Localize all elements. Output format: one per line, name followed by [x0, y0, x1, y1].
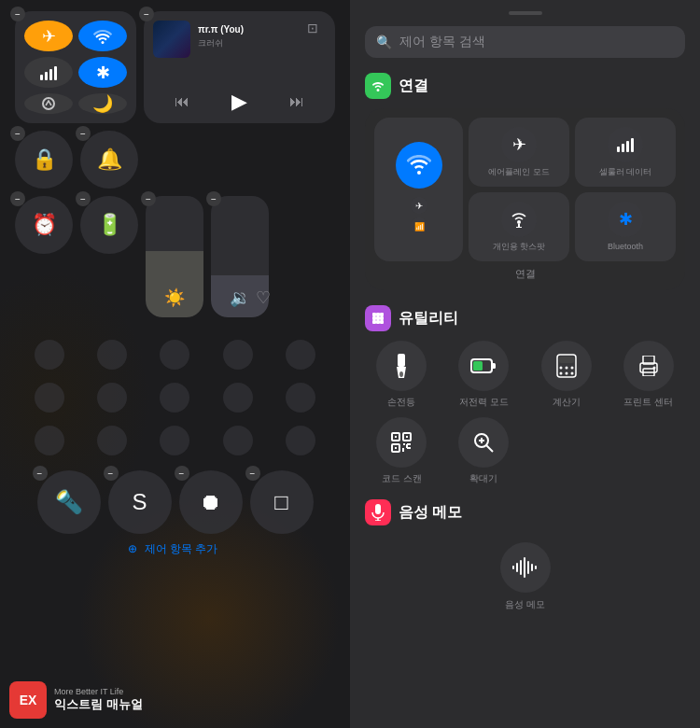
svg-rect-0: [40, 75, 43, 80]
conn-footer: 연결: [374, 261, 676, 281]
heart-btn[interactable]: ♡: [256, 287, 271, 308]
search-placeholder: 제어 항목 검색: [399, 34, 485, 50]
next-btn[interactable]: ⏭: [289, 93, 304, 110]
dots-grid: [15, 325, 335, 470]
brightness-icon: ☀️: [164, 287, 185, 308]
minus-lock[interactable]: −: [10, 126, 25, 141]
svg-rect-18: [372, 320, 376, 324]
minus-connectivity[interactable]: −: [10, 7, 25, 21]
screen-btn[interactable]: □: [250, 470, 314, 534]
voice-memo-item[interactable]: 음성 메모: [365, 535, 685, 611]
svg-rect-12: [631, 138, 634, 152]
media-controls: ⏮ ▶ ⏭: [153, 90, 326, 114]
airplane-btn[interactable]: ✈: [24, 21, 73, 51]
voice-memo-icon: [500, 542, 551, 593]
minus-alarm[interactable]: −: [10, 191, 25, 206]
minus-media[interactable]: −: [139, 7, 154, 21]
minus-bell[interactable]: −: [76, 126, 91, 141]
cellular-mode-icon: [608, 127, 643, 162]
svg-rect-20: [376, 313, 380, 316]
hotspot-cell[interactable]: 개인용 핫스팟: [469, 192, 569, 261]
cellular-cell[interactable]: 셀룰러 데이터: [575, 118, 676, 187]
lowpower-item[interactable]: 저전력 모드: [447, 341, 520, 408]
bell-wrap: − 🔔: [80, 131, 138, 189]
calculator-label: 계산기: [553, 397, 581, 408]
record-btn[interactable]: ⏺: [179, 470, 243, 534]
airplay-btn[interactable]: ⊡: [307, 21, 326, 39]
alarm-btn[interactable]: ⏰: [15, 196, 73, 254]
airplane-label: 에어플레인 모드: [488, 167, 550, 177]
search-bar[interactable]: 🔍 제어 항목 검색: [365, 26, 685, 58]
brightness-slider[interactable]: ☀️: [146, 196, 203, 317]
flashlight-icon: [376, 341, 427, 391]
right-panel: 🔍 제어 항목 검색 연결: [350, 0, 700, 728]
focus-btn[interactable]: 🌙: [78, 93, 127, 114]
airplane-cell[interactable]: ✈ 에어플레인 모드: [469, 118, 569, 187]
bell-btn[interactable]: 🔔: [80, 131, 138, 189]
album-art: [153, 21, 190, 58]
flashlight-wrap: − 🔦: [37, 470, 101, 534]
minus-screen[interactable]: −: [245, 466, 260, 481]
svg-rect-10: [622, 144, 624, 152]
add-control[interactable]: ⊕ 제어 항목 추가: [15, 541, 335, 557]
connection-title: 연결: [399, 77, 428, 96]
minus-brightness[interactable]: −: [141, 191, 156, 206]
conn-wifi-big[interactable]: ✈ 📶: [374, 118, 463, 261]
svg-rect-62: [516, 563, 518, 572]
dot: [97, 383, 127, 413]
bluetooth-cell[interactable]: ✱ Bluetooth: [575, 192, 676, 261]
voicememo-section-icon: [365, 499, 391, 525]
play-btn[interactable]: ▶: [231, 90, 247, 114]
svg-point-37: [565, 372, 567, 375]
connectivity-box: − ✈: [15, 11, 136, 123]
calculator-item[interactable]: 계산기: [530, 341, 603, 408]
svg-rect-2: [49, 69, 52, 80]
conn-right-grid: ✈ 에어플레인 모드: [469, 118, 676, 261]
voicememo-header: 음성 메모: [350, 499, 700, 535]
flashlight-item[interactable]: 손전등: [365, 341, 438, 408]
qrscan-icon: [376, 417, 427, 468]
dot: [223, 340, 253, 370]
utility-icon: [365, 305, 391, 331]
utility-grid: 손전등 저전력 모드: [365, 341, 685, 484]
cellular-btn[interactable]: [24, 57, 73, 88]
battery-wrap: − 🔋: [80, 196, 138, 317]
svg-rect-19: [380, 320, 384, 324]
left-panel: − ✈: [0, 0, 350, 728]
minus-volume[interactable]: −: [206, 191, 221, 206]
dot: [97, 340, 127, 370]
prev-btn[interactable]: ⏮: [175, 93, 189, 110]
shazam-btn[interactable]: S: [108, 470, 172, 534]
minus-record[interactable]: −: [175, 466, 189, 481]
qrscan-item[interactable]: 코드 스캔: [365, 417, 438, 484]
sliders-row: − ⏰ − 🔋 − ☀️ − 🔉 ♡: [15, 196, 335, 317]
battery-btn[interactable]: 🔋: [80, 196, 138, 254]
wifi-btn[interactable]: [78, 21, 127, 51]
connection-header: 연결: [350, 73, 700, 108]
svg-rect-64: [524, 557, 525, 578]
hotspot-icon: [501, 202, 537, 237]
svg-rect-65: [527, 561, 529, 574]
minus-battery[interactable]: −: [76, 191, 91, 206]
print-item[interactable]: 프린트 센터: [612, 341, 685, 408]
magnifier-item[interactable]: 확대기: [447, 417, 520, 484]
minus-flashlight[interactable]: −: [33, 466, 48, 481]
flashlight-btn[interactable]: 🔦: [37, 470, 101, 534]
bluetooth-btn[interactable]: ✱: [78, 57, 127, 88]
record-wrap: − ⏺: [179, 470, 243, 534]
lowpower-label: 저전력 모드: [459, 397, 509, 408]
svg-rect-67: [535, 566, 537, 569]
media-box: − ⊡ πr.π (You) 크러쉬 ⏮ ▶ ⏭: [144, 11, 335, 123]
svg-rect-30: [473, 361, 483, 371]
dot: [97, 426, 127, 455]
svg-point-13: [517, 220, 521, 224]
calculator-icon: [541, 341, 592, 391]
svg-rect-66: [531, 564, 533, 571]
lock-btn[interactable]: 🔒: [15, 131, 73, 189]
voice-memo-label: 음성 메모: [505, 598, 545, 611]
minus-shazam[interactable]: −: [104, 466, 119, 481]
svg-line-55: [486, 445, 493, 452]
svg-rect-17: [380, 313, 384, 316]
airdrop-btn[interactable]: [24, 93, 73, 114]
svg-rect-24: [376, 316, 380, 320]
